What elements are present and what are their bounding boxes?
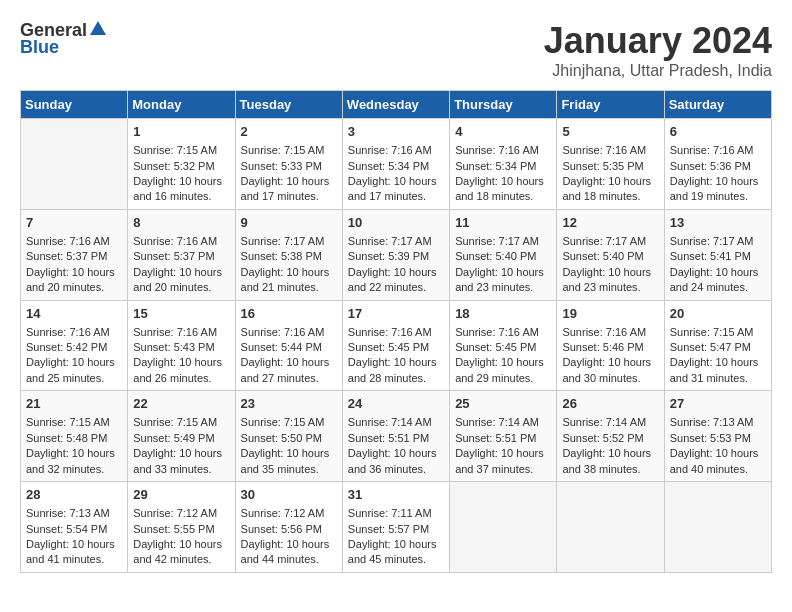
cell-week3-day3: 17 Sunrise: 7:16 AM Sunset: 5:45 PM Dayl… <box>342 300 449 391</box>
sunset-text: Sunset: 5:49 PM <box>133 432 214 444</box>
week-row-4: 21 Sunrise: 7:15 AM Sunset: 5:48 PM Dayl… <box>21 391 772 482</box>
sunrise-text: Sunrise: 7:16 AM <box>133 326 217 338</box>
daylight-text: Daylight: 10 hours and 36 minutes. <box>348 447 437 474</box>
sunrise-text: Sunrise: 7:16 AM <box>241 326 325 338</box>
sunset-text: Sunset: 5:37 PM <box>133 250 214 262</box>
cell-week4-day1: 22 Sunrise: 7:15 AM Sunset: 5:49 PM Dayl… <box>128 391 235 482</box>
daylight-text: Daylight: 10 hours and 22 minutes. <box>348 266 437 293</box>
sunset-text: Sunset: 5:36 PM <box>670 160 751 172</box>
daylight-text: Daylight: 10 hours and 40 minutes. <box>670 447 759 474</box>
sunset-text: Sunset: 5:53 PM <box>670 432 751 444</box>
daylight-text: Daylight: 10 hours and 28 minutes. <box>348 356 437 383</box>
week-row-1: 1 Sunrise: 7:15 AM Sunset: 5:32 PM Dayli… <box>21 119 772 210</box>
daylight-text: Daylight: 10 hours and 38 minutes. <box>562 447 651 474</box>
sunrise-text: Sunrise: 7:16 AM <box>133 235 217 247</box>
daylight-text: Daylight: 10 hours and 32 minutes. <box>26 447 115 474</box>
month-title: January 2024 <box>544 20 772 62</box>
cell-week3-day4: 18 Sunrise: 7:16 AM Sunset: 5:45 PM Dayl… <box>450 300 557 391</box>
daylight-text: Daylight: 10 hours and 18 minutes. <box>562 175 651 202</box>
sunrise-text: Sunrise: 7:17 AM <box>562 235 646 247</box>
cell-week5-day0: 28 Sunrise: 7:13 AM Sunset: 5:54 PM Dayl… <box>21 482 128 573</box>
sunset-text: Sunset: 5:35 PM <box>562 160 643 172</box>
day-number: 22 <box>133 395 229 413</box>
daylight-text: Daylight: 10 hours and 27 minutes. <box>241 356 330 383</box>
daylight-text: Daylight: 10 hours and 29 minutes. <box>455 356 544 383</box>
daylight-text: Daylight: 10 hours and 20 minutes. <box>26 266 115 293</box>
header-wednesday: Wednesday <box>342 91 449 119</box>
sunset-text: Sunset: 5:45 PM <box>348 341 429 353</box>
day-number: 10 <box>348 214 444 232</box>
daylight-text: Daylight: 10 hours and 16 minutes. <box>133 175 222 202</box>
cell-week2-day1: 8 Sunrise: 7:16 AM Sunset: 5:37 PM Dayli… <box>128 209 235 300</box>
header-tuesday: Tuesday <box>235 91 342 119</box>
cell-week1-day1: 1 Sunrise: 7:15 AM Sunset: 5:32 PM Dayli… <box>128 119 235 210</box>
sunrise-text: Sunrise: 7:16 AM <box>562 326 646 338</box>
day-number: 6 <box>670 123 766 141</box>
sunrise-text: Sunrise: 7:17 AM <box>348 235 432 247</box>
day-number: 5 <box>562 123 658 141</box>
sunrise-text: Sunrise: 7:16 AM <box>455 326 539 338</box>
day-number: 24 <box>348 395 444 413</box>
daylight-text: Daylight: 10 hours and 18 minutes. <box>455 175 544 202</box>
cell-week4-day2: 23 Sunrise: 7:15 AM Sunset: 5:50 PM Dayl… <box>235 391 342 482</box>
daylight-text: Daylight: 10 hours and 41 minutes. <box>26 538 115 565</box>
week-row-2: 7 Sunrise: 7:16 AM Sunset: 5:37 PM Dayli… <box>21 209 772 300</box>
sunset-text: Sunset: 5:40 PM <box>455 250 536 262</box>
day-number: 16 <box>241 305 337 323</box>
cell-week5-day5 <box>557 482 664 573</box>
day-number: 12 <box>562 214 658 232</box>
day-number: 7 <box>26 214 122 232</box>
title-section: January 2024 Jhinjhana, Uttar Pradesh, I… <box>544 20 772 80</box>
cell-week5-day2: 30 Sunrise: 7:12 AM Sunset: 5:56 PM Dayl… <box>235 482 342 573</box>
daylight-text: Daylight: 10 hours and 24 minutes. <box>670 266 759 293</box>
day-number: 15 <box>133 305 229 323</box>
sunset-text: Sunset: 5:44 PM <box>241 341 322 353</box>
daylight-text: Daylight: 10 hours and 42 minutes. <box>133 538 222 565</box>
sunset-text: Sunset: 5:40 PM <box>562 250 643 262</box>
daylight-text: Daylight: 10 hours and 19 minutes. <box>670 175 759 202</box>
day-number: 2 <box>241 123 337 141</box>
sunset-text: Sunset: 5:52 PM <box>562 432 643 444</box>
sunrise-text: Sunrise: 7:17 AM <box>455 235 539 247</box>
sunset-text: Sunset: 5:47 PM <box>670 341 751 353</box>
sunrise-text: Sunrise: 7:14 AM <box>562 416 646 428</box>
sunrise-text: Sunrise: 7:15 AM <box>241 144 325 156</box>
page-header: General Blue January 2024 Jhinjhana, Utt… <box>20 20 772 80</box>
day-number: 1 <box>133 123 229 141</box>
sunset-text: Sunset: 5:56 PM <box>241 523 322 535</box>
sunrise-text: Sunrise: 7:16 AM <box>26 326 110 338</box>
sunrise-text: Sunrise: 7:12 AM <box>241 507 325 519</box>
day-number: 31 <box>348 486 444 504</box>
header-thursday: Thursday <box>450 91 557 119</box>
cell-week3-day1: 15 Sunrise: 7:16 AM Sunset: 5:43 PM Dayl… <box>128 300 235 391</box>
sunset-text: Sunset: 5:37 PM <box>26 250 107 262</box>
day-number: 17 <box>348 305 444 323</box>
sunset-text: Sunset: 5:57 PM <box>348 523 429 535</box>
daylight-text: Daylight: 10 hours and 33 minutes. <box>133 447 222 474</box>
day-number: 28 <box>26 486 122 504</box>
sunrise-text: Sunrise: 7:12 AM <box>133 507 217 519</box>
cell-week4-day4: 25 Sunrise: 7:14 AM Sunset: 5:51 PM Dayl… <box>450 391 557 482</box>
daylight-text: Daylight: 10 hours and 37 minutes. <box>455 447 544 474</box>
cell-week2-day4: 11 Sunrise: 7:17 AM Sunset: 5:40 PM Dayl… <box>450 209 557 300</box>
sunrise-text: Sunrise: 7:16 AM <box>348 326 432 338</box>
sunset-text: Sunset: 5:39 PM <box>348 250 429 262</box>
svg-marker-0 <box>90 21 106 35</box>
header-friday: Friday <box>557 91 664 119</box>
sunrise-text: Sunrise: 7:15 AM <box>133 144 217 156</box>
logo-blue-text: Blue <box>20 37 59 58</box>
cell-week2-day0: 7 Sunrise: 7:16 AM Sunset: 5:37 PM Dayli… <box>21 209 128 300</box>
daylight-text: Daylight: 10 hours and 25 minutes. <box>26 356 115 383</box>
sunrise-text: Sunrise: 7:13 AM <box>670 416 754 428</box>
location-subtitle: Jhinjhana, Uttar Pradesh, India <box>544 62 772 80</box>
daylight-text: Daylight: 10 hours and 45 minutes. <box>348 538 437 565</box>
sunrise-text: Sunrise: 7:13 AM <box>26 507 110 519</box>
day-number: 26 <box>562 395 658 413</box>
cell-week1-day0 <box>21 119 128 210</box>
sunset-text: Sunset: 5:45 PM <box>455 341 536 353</box>
cell-week3-day2: 16 Sunrise: 7:16 AM Sunset: 5:44 PM Dayl… <box>235 300 342 391</box>
day-number: 25 <box>455 395 551 413</box>
cell-week4-day5: 26 Sunrise: 7:14 AM Sunset: 5:52 PM Dayl… <box>557 391 664 482</box>
sunrise-text: Sunrise: 7:15 AM <box>670 326 754 338</box>
sunrise-text: Sunrise: 7:14 AM <box>455 416 539 428</box>
